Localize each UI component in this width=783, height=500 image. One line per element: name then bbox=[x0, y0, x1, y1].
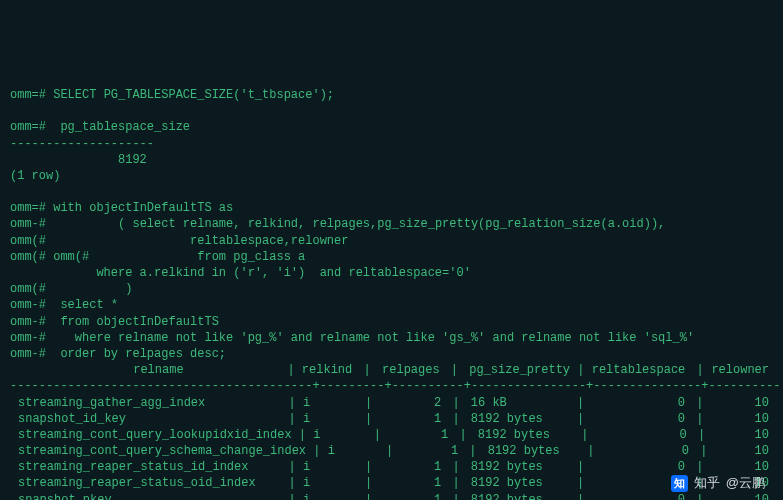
row-count: (1 row) bbox=[10, 169, 60, 183]
prompt: omm-# bbox=[10, 298, 46, 312]
result-value: 8192 bbox=[10, 153, 147, 167]
prompt: omm-# bbox=[10, 347, 46, 361]
table-row: streaming_gather_agg_index | i | 2 | 16 … bbox=[10, 395, 773, 411]
sql-statement: SELECT PG_TABLESPACE_SIZE('t_tbspace'); bbox=[53, 88, 334, 102]
watermark-brand: 知乎 bbox=[694, 474, 720, 492]
zhihu-icon: 知 bbox=[671, 475, 688, 492]
table-header: relname | relkind | relpages | pg_size_p… bbox=[10, 362, 773, 378]
divider: -------------------- bbox=[10, 137, 154, 151]
prompt: omm=# bbox=[10, 201, 46, 215]
prompt: omm(# omm(# bbox=[10, 250, 89, 264]
watermark-author: @云鹏 bbox=[726, 474, 765, 492]
prompt: omm(# bbox=[10, 282, 46, 296]
table-row: streaming_reaper_status_oid_index | i | … bbox=[10, 475, 773, 491]
prompt: omm-# bbox=[10, 217, 46, 231]
table-row: streaming_cont_query_schema_change_index… bbox=[10, 443, 773, 459]
table-row: snapshot_id_key | i | 1 | 8192 bytes | 0… bbox=[10, 411, 773, 427]
query-block: omm=# with objectInDefaultTS as omm-# ( … bbox=[10, 200, 773, 362]
prompt: omm=# bbox=[10, 88, 46, 102]
watermark: 知 知乎 @云鹏 bbox=[671, 474, 765, 492]
prompt: omm-# bbox=[10, 315, 46, 329]
table-row: streaming_cont_query_lookupidxid_index |… bbox=[10, 427, 773, 443]
table-row: snapshot_pkey | i | 1 | 8192 bytes | 0 |… bbox=[10, 492, 773, 500]
terminal-output: omm=# SELECT PG_TABLESPACE_SIZE('t_tbspa… bbox=[10, 71, 773, 500]
prompt: omm(# bbox=[10, 234, 46, 248]
prompt: omm=# bbox=[10, 120, 46, 134]
table-divider: ----------------------------------------… bbox=[10, 379, 781, 393]
prompt: omm-# bbox=[10, 331, 46, 345]
table-body: streaming_gather_agg_index | i | 2 | 16 … bbox=[10, 395, 773, 501]
table-row: streaming_reaper_status_id_index | i | 1… bbox=[10, 459, 773, 475]
col-header: pg_tablespace_size bbox=[53, 120, 190, 134]
